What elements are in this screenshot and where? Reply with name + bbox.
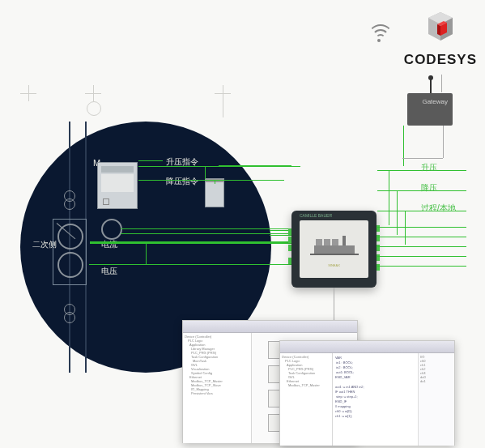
cube-icon (412, 8, 469, 49)
device-brand-text: CAMILLE BAUER (300, 213, 332, 218)
signal-line (219, 165, 291, 166)
svg-rect-8 (324, 239, 330, 245)
svg-rect-7 (316, 239, 322, 245)
ide-code-editor: VAR in1 : BOOL; in2 : BOOL; out1: BOOL;E… (333, 353, 454, 446)
svg-rect-6 (314, 245, 355, 254)
ide-project-tree: Device (Controller) PLC Logic Applicatio… (280, 353, 333, 446)
svg-rect-9 (332, 239, 338, 245)
signal-down-label: 降压 (421, 182, 437, 194)
plc-module (97, 162, 138, 209)
ide-titlebar (183, 321, 357, 333)
gateway-label-text: Gateway (422, 98, 448, 105)
device-screen: SINEAX (300, 220, 368, 278)
signal-up-label: 升压 (421, 162, 437, 173)
wifi-icon (366, 24, 392, 44)
signal-remote-local-label: 过程/本地 (421, 203, 456, 214)
cmd-down-label: 降压指令 (166, 176, 198, 187)
gateway-device: Gateway (407, 93, 453, 126)
signal-line (138, 160, 163, 161)
svg-marker-5 (437, 24, 440, 36)
voltage-label: 电压 (101, 266, 117, 277)
ide-project-tree: Device (Controller) PLC Logic Applicatio… (183, 333, 252, 443)
transformer-box (53, 219, 87, 285)
codesys-logo-text: CODESYS (404, 52, 477, 68)
ide-titlebar (280, 341, 454, 353)
current-sensor-icon (101, 219, 122, 240)
codesys-logo: CODESYS (404, 8, 477, 68)
ide-window-front: Device (Controller) PLC Logic Applicatio… (279, 340, 455, 446)
svg-rect-10 (310, 254, 359, 255)
diagram-canvas: CODESYS Gateway M 升压指令 (0, 0, 485, 448)
measurement-device: CAMILLE BAUER SINEAX (291, 211, 377, 288)
connector-line (441, 75, 442, 92)
svg-rect-11 (342, 236, 346, 245)
